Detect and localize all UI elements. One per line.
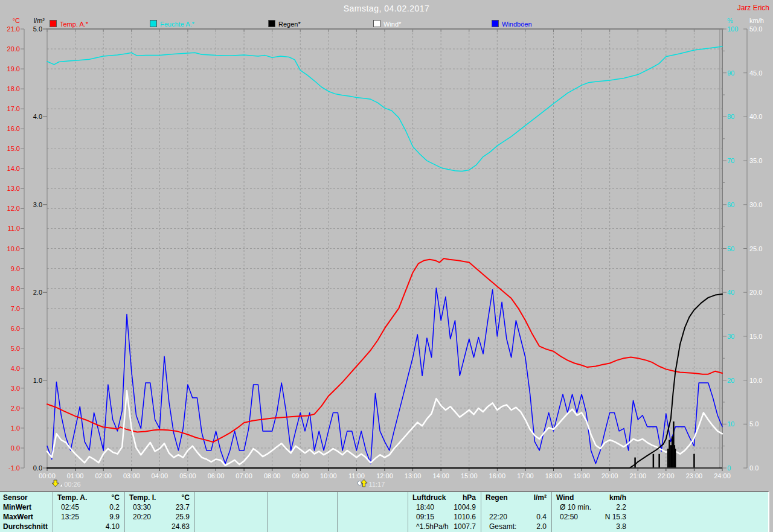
table-divider xyxy=(408,492,408,532)
temp-tick-label: 2.0 xyxy=(11,405,20,412)
time-marker-down-icon xyxy=(52,480,59,487)
rain-tick-label: 4.0 xyxy=(33,113,42,120)
rain-tick-label: 1.0 xyxy=(33,377,42,384)
wind-tick-label: 10.0 xyxy=(749,377,762,384)
table-data-value: 2.2 xyxy=(556,503,626,512)
temp-tick-label: 10.0 xyxy=(7,245,20,252)
x-tick-label: 12:00 xyxy=(376,472,393,479)
rain-axis xyxy=(43,29,47,468)
rain-tick-label: 2.0 xyxy=(33,289,42,296)
table-col-unit: km/h xyxy=(556,493,626,502)
x-tick-label: 14:00 xyxy=(432,472,449,479)
table-divider xyxy=(337,492,338,532)
wind-tick-label: 50.0 xyxy=(749,25,762,33)
temp-tick-label: 7.0 xyxy=(11,305,20,312)
humidity-tick-label: 40 xyxy=(727,289,734,296)
table-divider xyxy=(53,492,53,532)
temp-axis xyxy=(21,29,24,468)
temp-tick-label: 20.0 xyxy=(7,45,20,53)
weather-app-window: { "header": { "title": "Samstag, 04.02.2… xyxy=(0,0,773,532)
temp-tick-label: 12.0 xyxy=(7,205,20,212)
humidity-tick-label: 80 xyxy=(727,113,734,120)
humidity-tick-label: 50 xyxy=(727,245,734,252)
temp-tick-label: 5.0 xyxy=(11,345,20,352)
x-tick-label: 01:00 xyxy=(67,472,84,479)
x-tick-label: 24:00 xyxy=(714,472,731,479)
temp-tick-label: 15.0 xyxy=(7,145,20,152)
temp-tick-label: -1.0 xyxy=(8,464,20,472)
table-data-value: N 15.3 xyxy=(556,513,626,522)
temp-tick-label: 14.0 xyxy=(7,165,20,172)
temp-tick-label: 17.0 xyxy=(7,105,20,112)
temp-tick-label: 4.0 xyxy=(11,365,20,372)
rain-tick-label: 5.0 xyxy=(33,25,42,33)
table-col-unit: °C xyxy=(57,493,120,502)
table-col-unit: hPa xyxy=(412,493,476,502)
weather-chart: 21.020.019.018.017.016.015.014.013.012.0… xyxy=(0,0,773,490)
table-data-value: 1004.9 xyxy=(412,503,476,512)
table-divider xyxy=(194,492,195,532)
x-tick-label: 21:00 xyxy=(629,472,646,479)
x-tick-label: 13:00 xyxy=(405,472,422,479)
wind-tick-label: 30.0 xyxy=(749,201,762,208)
humidity-tick-label: 30 xyxy=(727,333,734,340)
temp-tick-label: 16.0 xyxy=(7,125,20,132)
wind-tick-label: 45.0 xyxy=(749,69,762,77)
temp-tick-label: 13.0 xyxy=(7,185,20,192)
x-tick-label: 17:00 xyxy=(517,472,534,479)
x-tick-label: 22:00 xyxy=(658,472,675,479)
x-tick-label: 10:00 xyxy=(320,472,337,479)
table-col-unit: l/m² xyxy=(486,493,547,502)
humidity-tick-label: 100 xyxy=(727,25,738,33)
x-tick-label: 07:00 xyxy=(236,472,252,479)
table-data-value: 24.63 xyxy=(129,522,190,531)
gridlines xyxy=(47,29,722,468)
humidity-tick-label: 0 xyxy=(727,464,731,472)
x-tick-label: 00:00 xyxy=(39,472,56,479)
table-row-label: Sensor xyxy=(3,493,51,502)
x-tick-label: 06:00 xyxy=(208,472,225,479)
temp-tick-label: 21.0 xyxy=(7,25,20,33)
x-tick-label: 23:00 xyxy=(686,472,703,479)
wind-tick-label: 5.0 xyxy=(749,420,759,428)
table-data-value: 9.9 xyxy=(57,513,120,522)
temp-axis-unit: °C xyxy=(13,17,20,24)
table-data-value: 3.8 xyxy=(556,522,626,531)
x-tick-label: 02:00 xyxy=(95,472,112,479)
series-windb-en-line xyxy=(47,288,722,464)
table-row-label: MinWert xyxy=(3,503,51,512)
wind-tick-label: 40.0 xyxy=(749,113,762,120)
table-divider xyxy=(267,492,268,532)
humidity-tick-label: 60 xyxy=(727,201,734,208)
humidity-tick-label: 90 xyxy=(727,69,734,77)
wind-tick-label: 20.0 xyxy=(749,289,762,296)
x-tick-label: 20:00 xyxy=(601,472,618,479)
table-divider xyxy=(551,492,552,532)
humidity-axis xyxy=(722,29,726,468)
time-marker-up-icon xyxy=(361,479,367,487)
x-tick-label: 04:00 xyxy=(152,472,168,479)
table-data-value: 23.7 xyxy=(129,503,190,512)
wind-tick-label: 0.0 xyxy=(749,464,759,472)
temp-tick-label: 8.0 xyxy=(11,285,20,292)
wind-tick-label: 15.0 xyxy=(749,333,762,340)
temp-tick-label: 19.0 xyxy=(7,65,20,72)
table-row-label: MaxWert xyxy=(3,513,51,522)
temp-tick-label: 6.0 xyxy=(11,325,20,332)
temp-tick-label: 3.0 xyxy=(11,385,20,392)
time-marker-label: 11:17 xyxy=(369,481,385,488)
table-data-value: 0.2 xyxy=(57,503,120,512)
x-tick-label: 05:00 xyxy=(179,472,196,479)
table-row-label: Durchschnitt xyxy=(3,522,51,531)
x-tick-label: 15:00 xyxy=(461,472,478,479)
humidity-axis-unit: % xyxy=(727,17,733,24)
wind-tick-label: 25.0 xyxy=(749,245,762,252)
temp-tick-label: 18.0 xyxy=(7,85,20,92)
x-tick-label: 11:00 xyxy=(348,472,365,479)
x-tick-label: 18:00 xyxy=(545,472,562,479)
rain-tick-label: 0.0 xyxy=(33,464,42,472)
temp-tick-label: 11.0 xyxy=(7,225,20,232)
temp-tick-label: 9.0 xyxy=(11,265,20,272)
time-marker-label: 00:26 xyxy=(64,481,81,488)
statistics-table: SensorMinWertMaxWertDurchschnittTemp. A.… xyxy=(0,491,769,532)
